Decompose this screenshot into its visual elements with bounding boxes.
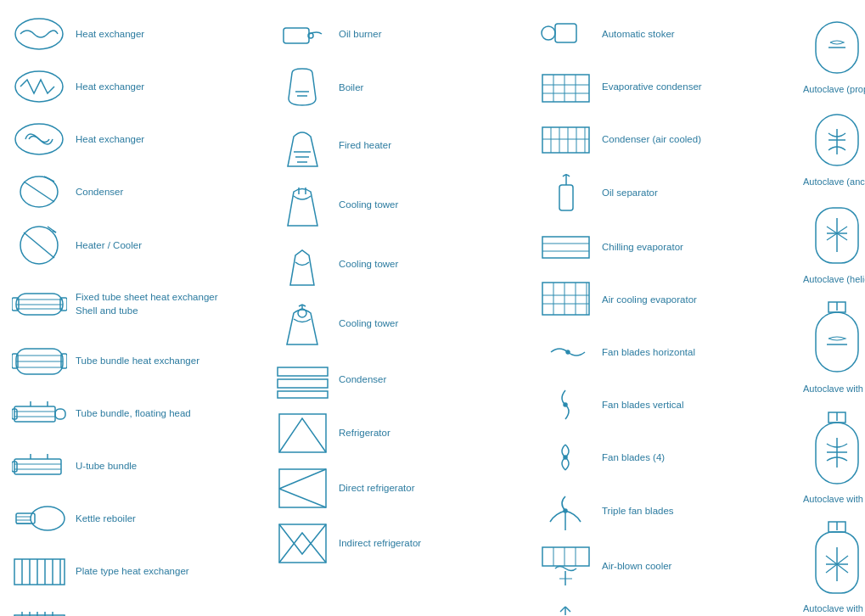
plate-type-icon — [9, 552, 69, 591]
svg-rect-22 — [14, 406, 55, 422]
svg-point-103 — [564, 403, 567, 406]
chilling-evaporator-icon — [536, 228, 595, 266]
item-air-cooling-evaporator: Air cooling evaporator — [531, 274, 794, 325]
svg-rect-90 — [559, 185, 573, 210]
cooling-tower-2-icon — [272, 238, 332, 289]
svg-rect-77 — [542, 75, 589, 102]
autoclave-helical-icon — [803, 201, 865, 273]
heater-cooler-label: Heater / Cooler — [76, 238, 262, 252]
item-boiler: Boiler — [267, 61, 531, 115]
item-fan-blades-vertical: Fan blades vertical — [531, 379, 794, 430]
heat-exchanger-zigzag-icon — [9, 68, 69, 106]
refrigerator-label: Refrigerator — [339, 426, 525, 440]
item-direct-refrigerator: Direct refrigerator — [267, 462, 531, 515]
svg-point-105 — [564, 509, 567, 512]
cooling-tower-3-label: Cooling tower — [339, 316, 525, 330]
autoclave-motor-propeller-label: Autoclave with motor (propeller) — [803, 383, 865, 395]
svg-line-114 — [560, 607, 565, 612]
fixed-tube-label: Fixed tube sheet heat exchanger Shell an… — [76, 290, 262, 317]
finned-tube-icon — [9, 605, 69, 617]
svg-rect-92 — [542, 237, 589, 258]
heat-exchanger-1-label: Heat exchanger — [76, 27, 262, 41]
autoclave-propeller-label: Autoclave (propeller) — [803, 83, 865, 96]
item-evaporative-condenser: Evaporative condenser — [531, 61, 794, 112]
cooling-tower-1-label: Cooling tower — [339, 198, 525, 211]
tube-bundle-icon — [9, 342, 69, 380]
automatic-stoker-icon — [536, 15, 595, 53]
fan-blades-horizontal-icon — [536, 335, 595, 369]
column-2: Oil burner Boiler Fired h — [267, 8, 531, 616]
condenser-label: Condenser — [76, 185, 262, 199]
svg-rect-95 — [542, 283, 589, 315]
refrigerator-icon — [272, 410, 332, 456]
direct-refrigerator-icon — [272, 465, 332, 512]
item-autoclave-motor-helical: Autoclave with motor (helical) — [798, 511, 865, 616]
fired-heater-icon — [272, 120, 332, 171]
heat-exchanger-3-label: Heat exchanger — [76, 132, 262, 146]
item-fixed-tube: Fixed tube sheet heat exchanger Shell an… — [4, 274, 267, 333]
svg-rect-83 — [542, 127, 589, 153]
chilling-evaporator-label: Chilling evaporator — [602, 240, 789, 254]
fan-blades-vertical-label: Fan blades vertical — [602, 398, 789, 412]
automatic-stoker-label: Automatic stoker — [602, 27, 789, 41]
oil-burner-icon — [272, 15, 332, 53]
svg-point-0 — [15, 19, 63, 49]
svg-rect-70 — [278, 379, 328, 388]
autoclave-anchor-label: Autoclave (anchor) — [803, 176, 865, 188]
svg-rect-56 — [284, 28, 309, 43]
condenser-air-cooled-icon — [536, 120, 595, 159]
svg-point-104 — [564, 456, 567, 459]
item-air-blown-cooler: Air-blown cooler — [531, 540, 794, 593]
evaporative-condenser-label: Evaporative condenser — [602, 80, 789, 93]
svg-rect-73 — [279, 469, 326, 507]
cooling-tower-1-icon — [272, 179, 332, 230]
item-cooling-tower-3: Cooling tower — [267, 294, 531, 352]
tube-bundle-floating-icon — [9, 395, 69, 433]
svg-point-102 — [566, 350, 570, 354]
svg-point-35 — [31, 507, 65, 530]
autoclave-anchor-icon — [803, 108, 865, 176]
triple-fan-blades-icon — [536, 488, 595, 535]
item-fan-blades-horizontal: Fan blades horizontal — [531, 327, 794, 378]
fan-blades-4-icon — [536, 436, 595, 479]
indirect-refrigerator-label: Indirect refrigerator — [339, 536, 525, 550]
column-1: Heat exchanger Heat exchanger Heat excha… — [4, 8, 267, 616]
item-heater-cooler: Heater / Cooler — [4, 219, 267, 272]
fan-blades-4-label: Fan blades (4) — [602, 451, 789, 464]
item-autoclave-motor-propeller: Autoclave with motor (propeller) — [798, 291, 865, 399]
heat-exchanger-spiral-icon — [9, 120, 69, 159]
u-tube-label: U-tube bundle — [76, 459, 262, 473]
boiler-label: Boiler — [339, 81, 525, 94]
item-oil-separator: Oil separator — [531, 166, 794, 220]
autoclave-motor-helical-label: Autoclave with motor (helical) — [803, 602, 865, 615]
item-oil-burner: Oil burner — [267, 8, 531, 59]
item-fired-heater: Fired heater — [267, 116, 531, 174]
main-page: Heat exchanger Heat exchanger Heat excha… — [0, 0, 865, 616]
item-fan-blades-4: Fan blades (4) — [531, 432, 794, 483]
air-cooling-evaporator-icon — [536, 278, 595, 321]
heat-exchanger-wave-icon — [9, 15, 69, 53]
tube-bundle-label: Tube bundle heat exchanger — [76, 354, 262, 367]
item-plate-type: Plate type heat exchanger — [4, 546, 267, 596]
evaporative-condenser-icon — [536, 68, 595, 106]
item-condenser2: Condenser — [267, 354, 531, 405]
cooling-tower-2-label: Cooling tower — [339, 257, 525, 271]
item-extractor-hood-slot: Extractor hood (slot) — [531, 595, 794, 616]
heater-cooler-icon — [9, 222, 69, 269]
item-condenser-air-cooled: Condenser (air cooled) — [531, 114, 794, 165]
autoclave-motor-anchor-icon — [803, 408, 865, 493]
svg-line-4 — [24, 182, 54, 202]
autoclave-motor-propeller-icon — [803, 298, 865, 383]
svg-rect-133 — [816, 312, 858, 372]
air-cooling-evaporator-label: Air cooling evaporator — [602, 293, 789, 306]
svg-rect-107 — [542, 547, 589, 566]
column-3: Automatic stoker Evaporative condenser — [531, 8, 794, 616]
svg-rect-23 — [55, 409, 65, 419]
fixed-tube-icon — [9, 281, 69, 328]
item-cooling-tower-1: Cooling tower — [267, 176, 531, 233]
item-cooling-tower-2: Cooling tower — [267, 235, 531, 293]
item-chilling-evaporator: Chilling evaporator — [531, 221, 794, 272]
autoclave-helical-label: Autoclave (helical) — [803, 273, 865, 286]
item-heat-exchanger-3: Heat exchanger — [4, 114, 267, 165]
item-u-tube: U-tube bundle — [4, 440, 267, 491]
